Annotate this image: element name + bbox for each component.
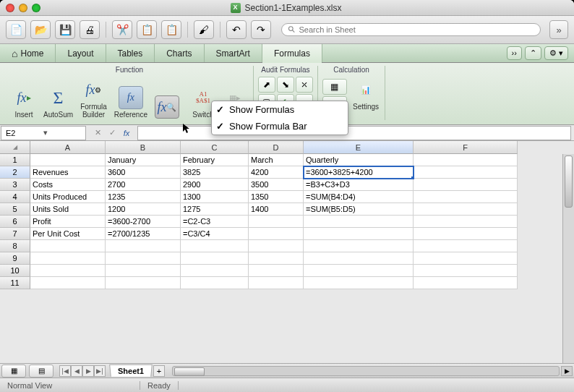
close-icon[interactable] bbox=[6, 4, 14, 12]
accept-formula-button[interactable]: ✓ bbox=[106, 127, 119, 140]
first-sheet-button[interactable]: |◀ bbox=[59, 365, 71, 377]
menu-item-show-formula-bar[interactable]: Show Formula Bar bbox=[212, 118, 348, 135]
cell[interactable]: 1275 bbox=[181, 203, 249, 216]
cell[interactable]: Profit bbox=[30, 216, 106, 228]
cell[interactable]: 4200 bbox=[249, 166, 304, 179]
cell[interactable] bbox=[106, 277, 181, 289]
cell[interactable]: =3600-2700 bbox=[106, 216, 181, 228]
cell[interactable]: Quarterly bbox=[304, 154, 414, 166]
cell[interactable] bbox=[414, 166, 518, 179]
cut-button[interactable]: ✂️ bbox=[112, 20, 132, 39]
row-header-2[interactable]: 2 bbox=[0, 166, 30, 179]
cell[interactable] bbox=[414, 179, 518, 191]
ribbon-collapse-button[interactable]: ⌃ bbox=[525, 46, 541, 60]
sheet-tab-sheet1[interactable]: Sheet1 bbox=[109, 365, 153, 377]
autosum-button[interactable]: Σ AutoSum bbox=[42, 85, 74, 120]
new-button[interactable]: 📄 bbox=[6, 20, 26, 39]
insert-function-button[interactable]: fx▸ Insert bbox=[10, 85, 38, 120]
paste-button[interactable]: 📋 bbox=[161, 20, 181, 39]
cell[interactable]: 3600 bbox=[106, 166, 181, 179]
undo-button[interactable]: ↶ bbox=[226, 20, 247, 39]
trace-dependents-button[interactable]: ⬊ bbox=[277, 77, 294, 93]
chevron-down-icon[interactable]: ▾ bbox=[43, 128, 81, 137]
cell[interactable]: 3825 bbox=[181, 166, 249, 179]
format-painter-button[interactable]: 🖌 bbox=[194, 20, 214, 39]
minimize-icon[interactable] bbox=[19, 4, 27, 12]
cell[interactable] bbox=[249, 252, 304, 265]
cell[interactable] bbox=[304, 252, 414, 265]
cell[interactable] bbox=[181, 252, 249, 265]
search-input[interactable] bbox=[299, 25, 534, 34]
cell[interactable]: March bbox=[249, 154, 304, 166]
open-button[interactable]: 📂 bbox=[30, 20, 51, 39]
next-sheet-button[interactable]: ▶ bbox=[82, 365, 94, 377]
print-button[interactable]: 🖨 bbox=[80, 20, 100, 39]
cell[interactable] bbox=[181, 240, 249, 252]
select-all-corner[interactable] bbox=[0, 141, 30, 154]
cell[interactable]: 3500 bbox=[249, 179, 304, 191]
cell[interactable] bbox=[304, 277, 414, 289]
cell[interactable] bbox=[304, 216, 414, 228]
horizontal-scrollbar[interactable] bbox=[172, 366, 560, 376]
cell[interactable] bbox=[30, 252, 106, 265]
cell[interactable]: 2900 bbox=[181, 179, 249, 191]
row-header-7[interactable]: 7 bbox=[0, 228, 30, 240]
cell[interactable] bbox=[249, 240, 304, 252]
normal-view-button[interactable]: ▦ bbox=[1, 365, 26, 378]
cell[interactable]: Units Sold bbox=[30, 203, 106, 216]
last-sheet-button[interactable]: ▶| bbox=[94, 365, 106, 377]
col-header-F[interactable]: F bbox=[414, 141, 518, 154]
tab-formulas[interactable]: Formulas bbox=[262, 44, 322, 62]
page-layout-view-button[interactable]: ▤ bbox=[29, 365, 53, 378]
ribbon-settings-button[interactable]: ⚙ ▾ bbox=[544, 46, 568, 60]
cell[interactable]: February bbox=[181, 154, 249, 166]
tab-layout[interactable]: Layout bbox=[56, 44, 106, 62]
cell[interactable]: 1200 bbox=[106, 203, 181, 216]
cell[interactable] bbox=[106, 265, 181, 277]
cell[interactable]: =B3+C3+D3 bbox=[304, 179, 414, 191]
cell[interactable] bbox=[30, 277, 106, 289]
fx-button[interactable]: fx bbox=[120, 127, 133, 140]
cell[interactable]: Revenues bbox=[30, 166, 106, 179]
cell[interactable] bbox=[414, 240, 518, 252]
row-header-3[interactable]: 3 bbox=[0, 179, 30, 191]
save-button[interactable]: 💾 bbox=[55, 20, 75, 39]
remove-arrows-button[interactable]: ⤫ bbox=[296, 77, 313, 93]
cell[interactable] bbox=[181, 277, 249, 289]
cell[interactable] bbox=[414, 191, 518, 203]
cell[interactable] bbox=[30, 154, 106, 166]
cell[interactable] bbox=[414, 154, 518, 166]
col-header-D[interactable]: D bbox=[249, 141, 304, 154]
reference-button[interactable]: fx Reference bbox=[113, 85, 149, 120]
row-header-9[interactable]: 9 bbox=[0, 252, 30, 265]
cell[interactable] bbox=[414, 228, 518, 240]
cell[interactable]: 1350 bbox=[249, 191, 304, 203]
vertical-scrollbar[interactable] bbox=[562, 154, 574, 363]
cell[interactable] bbox=[30, 265, 106, 277]
search-box[interactable] bbox=[281, 23, 541, 36]
cell[interactable]: Per Unit Cost bbox=[30, 228, 106, 240]
cell[interactable] bbox=[304, 228, 414, 240]
add-sheet-button[interactable]: + bbox=[153, 365, 165, 377]
menu-item-show-formulas[interactable]: Show Formulas bbox=[212, 101, 348, 118]
zoom-icon[interactable] bbox=[32, 4, 40, 12]
col-header-A[interactable]: A bbox=[30, 141, 106, 154]
ribbon-expand-button[interactable]: ›› bbox=[507, 46, 522, 60]
cell[interactable] bbox=[304, 240, 414, 252]
row-header-8[interactable]: 8 bbox=[0, 240, 30, 252]
toolbar-overflow-button[interactable]: » bbox=[549, 20, 568, 39]
cell[interactable]: Costs bbox=[30, 179, 106, 191]
cell[interactable]: =SUM(B4:D4) bbox=[304, 191, 414, 203]
cell[interactable]: =3600+3825+4200 bbox=[304, 166, 414, 179]
cell[interactable]: 1400 bbox=[249, 203, 304, 216]
cell[interactable]: =C3/C4 bbox=[181, 228, 249, 240]
cell[interactable] bbox=[304, 265, 414, 277]
row-header-5[interactable]: 5 bbox=[0, 203, 30, 216]
cell[interactable] bbox=[106, 252, 181, 265]
copy-button[interactable]: 📋 bbox=[137, 20, 157, 39]
cell[interactable]: Units Produced bbox=[30, 191, 106, 203]
col-header-E[interactable]: E bbox=[304, 141, 414, 154]
name-box[interactable]: E2 ▾ bbox=[1, 126, 86, 140]
recalc-button[interactable]: ▦ bbox=[322, 79, 347, 95]
cell[interactable] bbox=[414, 252, 518, 265]
